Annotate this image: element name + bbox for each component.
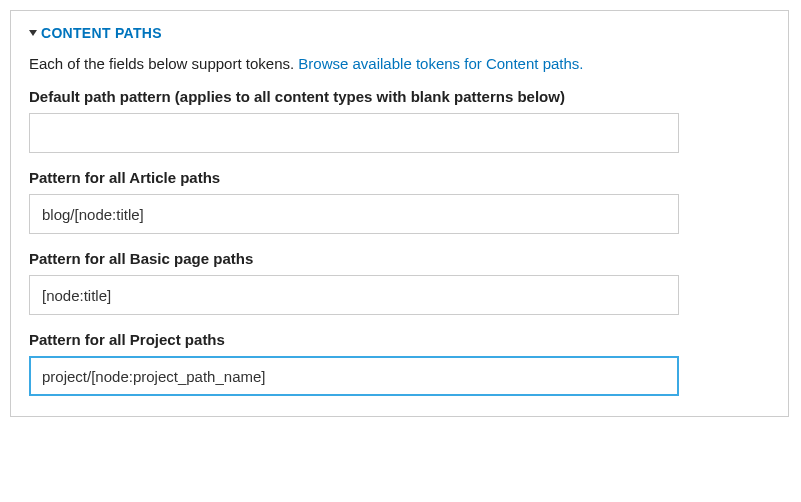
field-basic-page-pattern: Pattern for all Basic page paths <box>29 250 770 315</box>
caret-down-icon <box>29 30 37 36</box>
panel-header[interactable]: CONTENT PATHS <box>29 25 770 41</box>
basic-page-pattern-label: Pattern for all Basic page paths <box>29 250 770 267</box>
project-pattern-label: Pattern for all Project paths <box>29 331 770 348</box>
project-pattern-input[interactable] <box>29 356 679 396</box>
intro-text: Each of the fields below support tokens.… <box>29 55 770 72</box>
content-paths-panel: CONTENT PATHS Each of the fields below s… <box>10 10 789 417</box>
article-pattern-label: Pattern for all Article paths <box>29 169 770 186</box>
intro-prefix: Each of the fields below support tokens. <box>29 55 298 72</box>
default-pattern-label: Default path pattern (applies to all con… <box>29 88 770 105</box>
basic-page-pattern-input[interactable] <box>29 275 679 315</box>
article-pattern-input[interactable] <box>29 194 679 234</box>
field-default-pattern: Default path pattern (applies to all con… <box>29 88 770 153</box>
panel-title: CONTENT PATHS <box>41 25 162 41</box>
default-pattern-input[interactable] <box>29 113 679 153</box>
field-article-pattern: Pattern for all Article paths <box>29 169 770 234</box>
browse-tokens-link[interactable]: Browse available tokens for Content path… <box>298 55 583 72</box>
field-project-pattern: Pattern for all Project paths <box>29 331 770 396</box>
